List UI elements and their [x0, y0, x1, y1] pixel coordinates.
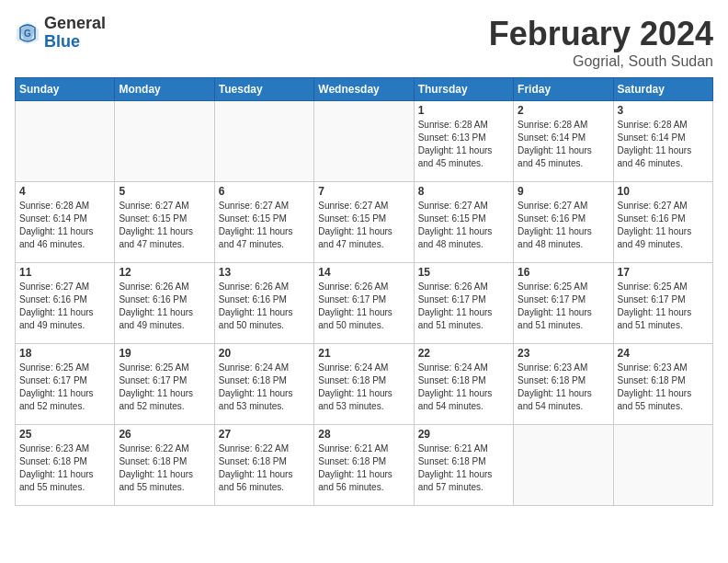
logo: G General Blue: [15, 15, 106, 52]
day-number: 27: [219, 428, 310, 441]
day-info: Sunrise: 6:27 AM Sunset: 6:16 PM Dayligh…: [19, 281, 110, 332]
day-info: Sunrise: 6:25 AM Sunset: 6:17 PM Dayligh…: [119, 362, 210, 413]
day-number: 15: [418, 266, 509, 279]
day-number: 24: [618, 347, 709, 360]
day-number: 13: [219, 266, 310, 279]
day-info: Sunrise: 6:27 AM Sunset: 6:16 PM Dayligh…: [518, 200, 609, 251]
day-info: Sunrise: 6:21 AM Sunset: 6:18 PM Dayligh…: [418, 442, 509, 494]
day-info: Sunrise: 6:26 AM Sunset: 6:16 PM Dayligh…: [119, 281, 210, 332]
weekday-header-monday: Monday: [115, 78, 214, 101]
day-number: 9: [518, 185, 609, 198]
calendar-cell: 15Sunrise: 6:26 AM Sunset: 6:17 PM Dayli…: [414, 263, 513, 344]
calendar-cell: 1Sunrise: 6:28 AM Sunset: 6:13 PM Daylig…: [414, 101, 513, 182]
calendar-cell: 18Sunrise: 6:25 AM Sunset: 6:17 PM Dayli…: [16, 344, 115, 425]
logo-icon: G: [15, 20, 40, 46]
day-info: Sunrise: 6:22 AM Sunset: 6:18 PM Dayligh…: [119, 442, 210, 494]
day-info: Sunrise: 6:25 AM Sunset: 6:17 PM Dayligh…: [19, 362, 110, 413]
day-info: Sunrise: 6:22 AM Sunset: 6:18 PM Dayligh…: [219, 442, 310, 494]
weekday-header-sunday: Sunday: [16, 78, 115, 101]
weekday-header-saturday: Saturday: [613, 78, 712, 101]
calendar-cell: [115, 101, 214, 182]
calendar-cell: 7Sunrise: 6:27 AM Sunset: 6:15 PM Daylig…: [314, 182, 414, 263]
calendar-cell: [314, 101, 414, 182]
day-number: 1: [418, 104, 509, 117]
calendar-cell: 20Sunrise: 6:24 AM Sunset: 6:18 PM Dayli…: [214, 344, 313, 425]
day-number: 25: [19, 428, 110, 441]
calendar-cell: 28Sunrise: 6:21 AM Sunset: 6:18 PM Dayli…: [314, 425, 414, 506]
day-info: Sunrise: 6:25 AM Sunset: 6:17 PM Dayligh…: [518, 281, 609, 332]
day-info: Sunrise: 6:24 AM Sunset: 6:18 PM Dayligh…: [219, 362, 310, 413]
calendar-cell: 8Sunrise: 6:27 AM Sunset: 6:15 PM Daylig…: [414, 182, 513, 263]
calendar-cell: 11Sunrise: 6:27 AM Sunset: 6:16 PM Dayli…: [16, 263, 115, 344]
day-number: 18: [19, 347, 110, 360]
calendar-cell: 4Sunrise: 6:28 AM Sunset: 6:14 PM Daylig…: [16, 182, 115, 263]
day-number: 26: [119, 428, 210, 441]
day-number: 4: [19, 185, 110, 198]
calendar-cell: 17Sunrise: 6:25 AM Sunset: 6:17 PM Dayli…: [613, 263, 712, 344]
day-number: 2: [518, 104, 609, 117]
day-number: 20: [219, 347, 310, 360]
day-info: Sunrise: 6:27 AM Sunset: 6:15 PM Dayligh…: [119, 200, 210, 251]
calendar-cell: 21Sunrise: 6:24 AM Sunset: 6:18 PM Dayli…: [314, 344, 414, 425]
weekday-header-tuesday: Tuesday: [214, 78, 313, 101]
day-info: Sunrise: 6:23 AM Sunset: 6:18 PM Dayligh…: [19, 442, 110, 494]
calendar-cell: 22Sunrise: 6:24 AM Sunset: 6:18 PM Dayli…: [414, 344, 513, 425]
calendar-cell: 10Sunrise: 6:27 AM Sunset: 6:16 PM Dayli…: [613, 182, 712, 263]
calendar-cell: 27Sunrise: 6:22 AM Sunset: 6:18 PM Dayli…: [214, 425, 313, 506]
day-number: 14: [318, 266, 409, 279]
day-info: Sunrise: 6:28 AM Sunset: 6:14 PM Dayligh…: [618, 119, 709, 170]
calendar-cell: 6Sunrise: 6:27 AM Sunset: 6:15 PM Daylig…: [214, 182, 313, 263]
header: G General Blue February 2024 Gogrial, So…: [15, 15, 713, 70]
day-info: Sunrise: 6:26 AM Sunset: 6:16 PM Dayligh…: [219, 281, 310, 332]
day-info: Sunrise: 6:27 AM Sunset: 6:16 PM Dayligh…: [618, 200, 709, 251]
calendar-cell: 9Sunrise: 6:27 AM Sunset: 6:16 PM Daylig…: [514, 182, 613, 263]
calendar-week-row: 11Sunrise: 6:27 AM Sunset: 6:16 PM Dayli…: [16, 263, 713, 344]
weekday-header-friday: Friday: [514, 78, 613, 101]
day-number: 7: [318, 185, 409, 198]
calendar-week-row: 25Sunrise: 6:23 AM Sunset: 6:18 PM Dayli…: [16, 425, 713, 506]
day-number: 23: [518, 347, 609, 360]
day-number: 22: [418, 347, 509, 360]
calendar-cell: 19Sunrise: 6:25 AM Sunset: 6:17 PM Dayli…: [115, 344, 214, 425]
day-info: Sunrise: 6:26 AM Sunset: 6:17 PM Dayligh…: [318, 281, 409, 332]
calendar-cell: 29Sunrise: 6:21 AM Sunset: 6:18 PM Dayli…: [414, 425, 513, 506]
calendar-week-row: 18Sunrise: 6:25 AM Sunset: 6:17 PM Dayli…: [16, 344, 713, 425]
day-number: 16: [518, 266, 609, 279]
day-info: Sunrise: 6:28 AM Sunset: 6:14 PM Dayligh…: [19, 200, 110, 251]
weekday-header-wednesday: Wednesday: [314, 78, 414, 101]
calendar-week-row: 1Sunrise: 6:28 AM Sunset: 6:13 PM Daylig…: [16, 101, 713, 182]
logo-text: General Blue: [44, 15, 106, 52]
calendar-week-row: 4Sunrise: 6:28 AM Sunset: 6:14 PM Daylig…: [16, 182, 713, 263]
day-number: 29: [418, 428, 509, 441]
calendar-cell: 12Sunrise: 6:26 AM Sunset: 6:16 PM Dayli…: [115, 263, 214, 344]
day-number: 8: [418, 185, 509, 198]
day-info: Sunrise: 6:21 AM Sunset: 6:18 PM Dayligh…: [318, 442, 409, 494]
day-info: Sunrise: 6:26 AM Sunset: 6:17 PM Dayligh…: [418, 281, 509, 332]
day-info: Sunrise: 6:24 AM Sunset: 6:18 PM Dayligh…: [418, 362, 509, 413]
calendar-cell: 5Sunrise: 6:27 AM Sunset: 6:15 PM Daylig…: [115, 182, 214, 263]
day-number: 17: [618, 266, 709, 279]
day-number: 28: [318, 428, 409, 441]
day-number: 6: [219, 185, 310, 198]
calendar-cell: 16Sunrise: 6:25 AM Sunset: 6:17 PM Dayli…: [514, 263, 613, 344]
calendar-cell: 3Sunrise: 6:28 AM Sunset: 6:14 PM Daylig…: [613, 101, 712, 182]
weekday-header-row: SundayMondayTuesdayWednesdayThursdayFrid…: [16, 78, 713, 101]
day-number: 19: [119, 347, 210, 360]
calendar-cell: 23Sunrise: 6:23 AM Sunset: 6:18 PM Dayli…: [514, 344, 613, 425]
calendar-cell: 2Sunrise: 6:28 AM Sunset: 6:14 PM Daylig…: [514, 101, 613, 182]
day-number: 5: [119, 185, 210, 198]
day-number: 10: [618, 185, 709, 198]
calendar-cell: 24Sunrise: 6:23 AM Sunset: 6:18 PM Dayli…: [613, 344, 712, 425]
day-number: 11: [19, 266, 110, 279]
location-title: Gogrial, South Sudan: [489, 53, 713, 70]
calendar-table: SundayMondayTuesdayWednesdayThursdayFrid…: [15, 77, 713, 506]
day-info: Sunrise: 6:27 AM Sunset: 6:15 PM Dayligh…: [418, 200, 509, 251]
weekday-header-thursday: Thursday: [414, 78, 513, 101]
day-number: 21: [318, 347, 409, 360]
day-info: Sunrise: 6:28 AM Sunset: 6:13 PM Dayligh…: [418, 119, 509, 170]
calendar-cell: [514, 425, 613, 506]
day-info: Sunrise: 6:23 AM Sunset: 6:18 PM Dayligh…: [618, 362, 709, 413]
day-info: Sunrise: 6:28 AM Sunset: 6:14 PM Dayligh…: [518, 119, 609, 170]
day-number: 12: [119, 266, 210, 279]
calendar-cell: [214, 101, 313, 182]
